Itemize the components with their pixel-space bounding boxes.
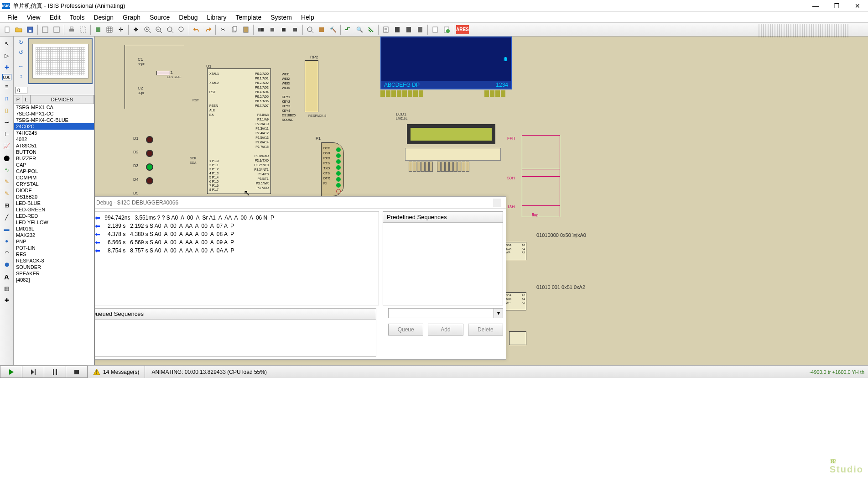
device-item[interactable]: BUZZER <box>14 155 94 162</box>
block-move-icon[interactable] <box>267 24 278 35</box>
device-list[interactable]: 7SEG-MPX1-CA7SEG-MPX1-CC7SEG-MPX4-CC-BLU… <box>14 104 94 365</box>
chip-u1[interactable]: XTAL1 XTAL2 RST PSENALEEA P0.0/AD0P0.1/A… <box>207 68 271 194</box>
flip-h-icon[interactable]: ↔ <box>16 62 26 70</box>
device-header-p[interactable]: P <box>14 95 22 104</box>
i2c-trace-list[interactable]: +⬅ 994.742ns 3.551ms ? ? S A0 A 00 A Sr … <box>95 211 379 305</box>
paste-icon[interactable] <box>240 24 251 35</box>
undo-icon[interactable] <box>191 24 202 35</box>
device-item[interactable]: [4082] <box>14 277 94 283</box>
print-area-icon[interactable] <box>78 24 88 35</box>
menu-library[interactable]: Library <box>203 12 231 22</box>
device-item[interactable]: 7SEG-MPX4-CC-BLUE <box>14 117 94 123</box>
zoom-in-icon[interactable] <box>142 24 153 35</box>
device-item[interactable]: PNP <box>14 238 94 245</box>
zoom-area-icon[interactable] <box>176 24 187 35</box>
led-d4[interactable] <box>146 177 153 184</box>
device-item[interactable]: DS18B20 <box>14 194 94 200</box>
text-script-icon[interactable]: ≡ <box>1 81 12 92</box>
pan-icon[interactable]: ✥ <box>130 24 141 35</box>
device-item[interactable]: CRYSTAL <box>14 181 94 187</box>
menu-system[interactable]: System <box>266 12 296 22</box>
device-item[interactable]: RESPACK-8 <box>14 257 94 264</box>
seven-segment-display[interactable]: 8810 ABCDEFG DP 1234 <box>380 37 512 89</box>
message-count[interactable]: 14 Message(s) <box>103 369 139 375</box>
generator-icon[interactable]: ∿ <box>1 164 12 175</box>
device-item[interactable]: SOUNDER <box>14 264 94 270</box>
lcd-display[interactable] <box>407 124 495 144</box>
device-pins-icon[interactable]: ⊢ <box>1 129 12 140</box>
netlist-icon[interactable] <box>403 24 414 35</box>
device-item[interactable]: SPEAKER <box>14 270 94 277</box>
menu-view[interactable]: View <box>22 12 45 22</box>
play-button[interactable] <box>0 366 22 378</box>
sequence-input[interactable] <box>388 308 494 318</box>
device-item[interactable]: RES <box>14 251 94 257</box>
arc-icon[interactable]: ◠ <box>1 247 12 258</box>
device-item[interactable]: POT-LIN <box>14 245 94 251</box>
rotate-cw-icon[interactable]: ↻ <box>16 38 26 47</box>
block-rotate-icon[interactable] <box>278 24 289 35</box>
ares-button[interactable]: ARES <box>456 25 469 34</box>
chip-rp2[interactable] <box>305 60 318 112</box>
graph-mode-icon[interactable]: 📈 <box>1 141 12 152</box>
print-icon[interactable] <box>66 24 77 35</box>
overview-panel[interactable] <box>28 38 93 84</box>
schematic-canvas[interactable]: C1 30pF C2 30pF X1 CRYSTAL U1 XTAL1 XTAL… <box>95 37 868 365</box>
terminals-icon[interactable]: ⊸ <box>1 117 12 128</box>
pick-icon[interactable] <box>305 24 316 35</box>
device-item[interactable]: 74HC245 <box>14 130 94 136</box>
device-item[interactable]: BUTTON <box>14 149 94 155</box>
property-icon[interactable] <box>365 24 376 35</box>
menu-design[interactable]: Design <box>89 12 118 22</box>
redraw-icon[interactable] <box>93 24 104 35</box>
grid-icon[interactable] <box>104 24 115 35</box>
maximize-button[interactable]: ❐ <box>826 0 847 12</box>
chip-eeprom-1[interactable]: SDASCKWP A0A1A2 <box>504 242 526 260</box>
delete-button[interactable]: Delete <box>468 324 503 336</box>
step-button[interactable] <box>22 366 44 378</box>
decompose-icon[interactable]: 🔨 <box>327 24 338 35</box>
stop-button[interactable] <box>66 366 88 378</box>
debug-close-button[interactable] <box>493 199 501 207</box>
erc-icon[interactable] <box>392 24 403 35</box>
origin-icon[interactable]: ✛ <box>115 24 126 35</box>
close-button[interactable]: ✕ <box>847 0 868 12</box>
bus-mode-icon[interactable]: ⎍ <box>1 93 12 104</box>
menu-template[interactable]: Template <box>231 12 266 22</box>
device-item[interactable]: COMPIM <box>14 174 94 181</box>
redo-icon[interactable] <box>203 24 213 35</box>
current-probe-icon[interactable]: ✎ <box>1 188 12 199</box>
device-item[interactable]: 24C02C <box>14 123 94 130</box>
led-d1[interactable] <box>146 136 153 143</box>
device-item[interactable]: MAX232 <box>14 232 94 238</box>
minimize-button[interactable]: — <box>805 0 826 12</box>
tape-icon[interactable]: ⬤ <box>1 152 12 163</box>
device-item[interactable]: 7SEG-MPX1-CC <box>14 110 94 117</box>
device-header-l[interactable]: L <box>22 95 31 104</box>
menu-help[interactable]: Help <box>296 12 319 22</box>
open-icon[interactable] <box>13 24 24 35</box>
save-icon[interactable] <box>25 24 36 35</box>
make-device-icon[interactable] <box>316 24 327 35</box>
component-mode-icon[interactable]: ▷ <box>1 50 12 61</box>
trace-row[interactable]: +⬅ 6.566 s 6.569 s S A0 A 00 A AA A 00 A… <box>95 238 377 246</box>
search-icon[interactable]: 🔍 <box>354 24 365 35</box>
trace-row[interactable]: +⬅ 2.189 s 2.192 s S A0 A 00 A AA A 00 A… <box>95 222 377 230</box>
voltage-probe-icon[interactable]: ✎ <box>1 176 12 187</box>
remove-sheet-icon[interactable] <box>441 24 452 35</box>
marker-icon[interactable]: ✚ <box>1 295 12 306</box>
device-item[interactable]: DIODE <box>14 187 94 194</box>
copy-icon[interactable] <box>229 24 240 35</box>
trace-row[interactable]: +⬅ 4.378 s 4.380 s S A0 A 00 A AA A 00 A… <box>95 230 377 238</box>
zoom-all-icon[interactable] <box>165 24 176 35</box>
path-icon[interactable]: ⬢ <box>1 259 12 270</box>
device-item[interactable]: LED-BLUE <box>14 200 94 206</box>
led-d3[interactable] <box>146 163 153 171</box>
new-sheet-icon[interactable] <box>430 24 441 35</box>
trace-row[interactable]: +⬅ 8.754 s 8.757 s S A0 A 00 A AA A 00 A… <box>95 246 377 255</box>
queue-button[interactable]: Queue <box>388 324 423 336</box>
menu-edit[interactable]: Edit <box>45 12 65 22</box>
menu-file[interactable]: File <box>3 12 22 22</box>
device-item[interactable]: LED-GREEN <box>14 206 94 213</box>
netlist2-icon[interactable] <box>415 24 426 35</box>
